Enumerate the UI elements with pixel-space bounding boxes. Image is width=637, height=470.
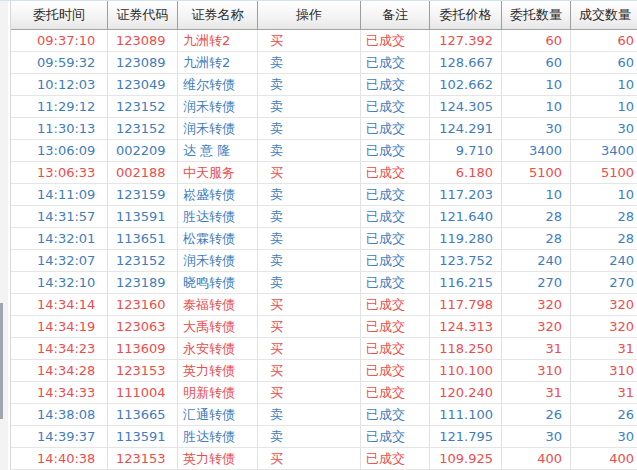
cell-security-name: 润禾转债 xyxy=(178,250,258,271)
cell-security-code: 113591 xyxy=(108,426,178,447)
cell-order-qty: 28 xyxy=(502,206,571,227)
cell-order-time: 14:34:23 xyxy=(11,338,108,359)
column-header-security-code[interactable]: 证券代码 xyxy=(108,1,178,29)
table-row[interactable]: 14:34:19123063大禹转债买已成交124.313320320 xyxy=(11,316,637,338)
table-row[interactable]: 09:59:32123089九洲转2卖已成交128.6676060 xyxy=(11,52,637,74)
cell-filled-qty: 310 xyxy=(571,360,637,381)
cell-action: 买 xyxy=(258,316,361,337)
cell-security-code: 113591 xyxy=(108,206,178,227)
table-row[interactable]: 14:34:33111004明新转债买已成交120.2403131 xyxy=(11,382,637,404)
cell-order-price: 6.180 xyxy=(430,162,502,183)
cell-order-time: 11:29:12 xyxy=(11,96,108,117)
column-header-note[interactable]: 备注 xyxy=(361,1,430,29)
cell-order-time: 14:31:57 xyxy=(11,206,108,227)
cell-security-name: 润禾转债 xyxy=(178,96,258,117)
table-row[interactable]: 14:40:38123153英力转债买已成交109.925400400 xyxy=(11,448,637,470)
cell-note: 已成交 xyxy=(361,448,430,469)
vertical-scrollbar[interactable] xyxy=(0,1,10,470)
cell-action: 买 xyxy=(258,30,361,51)
table-row[interactable]: 14:32:01113651松霖转债卖已成交119.2802828 xyxy=(11,228,637,250)
table-row[interactable]: 14:39:37113591胜达转债卖已成交121.7953030 xyxy=(11,426,637,448)
cell-security-name: 九洲转2 xyxy=(178,52,258,73)
column-header-order-time[interactable]: 委托时间 xyxy=(11,1,108,29)
cell-filled-qty: 3400 xyxy=(571,140,637,161)
cell-note: 已成交 xyxy=(361,426,430,447)
cell-security-code: 123152 xyxy=(108,250,178,271)
table-row[interactable]: 13:06:33002188中天服务买已成交6.18051005100 xyxy=(11,162,637,184)
cell-order-price: 119.280 xyxy=(430,228,502,249)
table-row[interactable]: 14:32:10123189晓鸣转债卖已成交116.215270270 xyxy=(11,272,637,294)
cell-action: 卖 xyxy=(258,52,361,73)
cell-filled-qty: 10 xyxy=(571,74,637,95)
table-row[interactable]: 14:34:28123153英力转债买已成交110.100310310 xyxy=(11,360,637,382)
table-row[interactable]: 14:34:23113609永安转债买已成交118.2503131 xyxy=(11,338,637,360)
cell-security-code: 123159 xyxy=(108,184,178,205)
cell-note: 已成交 xyxy=(361,382,430,403)
cell-filled-qty: 60 xyxy=(571,52,637,73)
cell-security-code: 123089 xyxy=(108,30,178,51)
table-row[interactable]: 09:37:10123089九洲转2买已成交127.3926060 xyxy=(11,30,637,52)
column-header-order-qty[interactable]: 委托数量 xyxy=(502,1,571,29)
cell-security-name: 泰福转债 xyxy=(178,294,258,315)
cell-security-code: 111004 xyxy=(108,382,178,403)
cell-security-code: 123152 xyxy=(108,118,178,139)
column-header-security-name[interactable]: 证券名称 xyxy=(178,1,258,29)
cell-security-name: 中天服务 xyxy=(178,162,258,183)
table-row[interactable]: 14:38:08113665汇通转债卖已成交111.1002626 xyxy=(11,404,637,426)
cell-order-time: 13:06:09 xyxy=(11,140,108,161)
cell-action: 卖 xyxy=(258,118,361,139)
cell-order-price: 109.925 xyxy=(430,448,502,469)
cell-filled-qty: 30 xyxy=(571,426,637,447)
column-header-order-price[interactable]: 委托价格 xyxy=(430,1,502,29)
cell-action: 卖 xyxy=(258,272,361,293)
table-row[interactable]: 10:12:03123049维尔转债卖已成交102.6621010 xyxy=(11,74,637,96)
column-header-filled-qty[interactable]: 成交数量 xyxy=(571,1,637,29)
table-row[interactable]: 13:06:09002209达 意 隆卖已成交9.71034003400 xyxy=(11,140,637,162)
cell-order-qty: 400 xyxy=(502,448,571,469)
orders-table: 委托时间 证券代码 证券名称 操作 备注 委托价格 委托数量 成交数量 09:3… xyxy=(10,1,637,470)
cell-order-price: 121.795 xyxy=(430,426,502,447)
cell-order-qty: 26 xyxy=(502,404,571,425)
cell-order-qty: 31 xyxy=(502,382,571,403)
cell-note: 已成交 xyxy=(361,404,430,425)
cell-security-name: 维尔转债 xyxy=(178,74,258,95)
cell-note: 已成交 xyxy=(361,206,430,227)
cell-note: 已成交 xyxy=(361,338,430,359)
cell-action: 卖 xyxy=(258,206,361,227)
cell-note: 已成交 xyxy=(361,272,430,293)
cell-action: 买 xyxy=(258,382,361,403)
cell-filled-qty: 31 xyxy=(571,382,637,403)
cell-security-code: 123049 xyxy=(108,74,178,95)
cell-security-code: 123153 xyxy=(108,360,178,381)
cell-note: 已成交 xyxy=(361,30,430,51)
scrollbar-thumb[interactable] xyxy=(0,303,3,419)
cell-order-qty: 10 xyxy=(502,184,571,205)
table-row[interactable]: 14:31:57113591胜达转债卖已成交121.6402828 xyxy=(11,206,637,228)
cell-order-qty: 10 xyxy=(502,96,571,117)
cell-order-price: 117.203 xyxy=(430,184,502,205)
table-row[interactable]: 11:30:13123152润禾转债卖已成交124.2913030 xyxy=(11,118,637,140)
cell-order-price: 127.392 xyxy=(430,30,502,51)
table-row[interactable]: 11:29:12123152润禾转债卖已成交124.3051010 xyxy=(11,96,637,118)
cell-filled-qty: 28 xyxy=(571,206,637,227)
cell-security-name: 松霖转债 xyxy=(178,228,258,249)
cell-filled-qty: 10 xyxy=(571,96,637,117)
table-row[interactable]: 14:32:07123152润禾转债卖已成交123.752240240 xyxy=(11,250,637,272)
table-body: 09:37:10123089九洲转2买已成交127.392606009:59:3… xyxy=(11,30,637,470)
table-row[interactable]: 14:11:09123159崧盛转债卖已成交117.2031010 xyxy=(11,184,637,206)
cell-note: 已成交 xyxy=(361,250,430,271)
cell-security-code: 123089 xyxy=(108,52,178,73)
cell-note: 已成交 xyxy=(361,96,430,117)
cell-order-price: 123.752 xyxy=(430,250,502,271)
cell-order-qty: 5100 xyxy=(502,162,571,183)
cell-order-price: 124.313 xyxy=(430,316,502,337)
column-header-action[interactable]: 操作 xyxy=(258,1,361,29)
cell-order-qty: 320 xyxy=(502,316,571,337)
cell-security-name: 润禾转债 xyxy=(178,118,258,139)
cell-security-code: 002209 xyxy=(108,140,178,161)
cell-security-name: 胜达转债 xyxy=(178,206,258,227)
cell-order-time: 14:34:28 xyxy=(11,360,108,381)
table-row[interactable]: 14:34:14123160泰福转债买已成交117.798320320 xyxy=(11,294,637,316)
cell-order-time: 14:11:09 xyxy=(11,184,108,205)
cell-action: 卖 xyxy=(258,250,361,271)
